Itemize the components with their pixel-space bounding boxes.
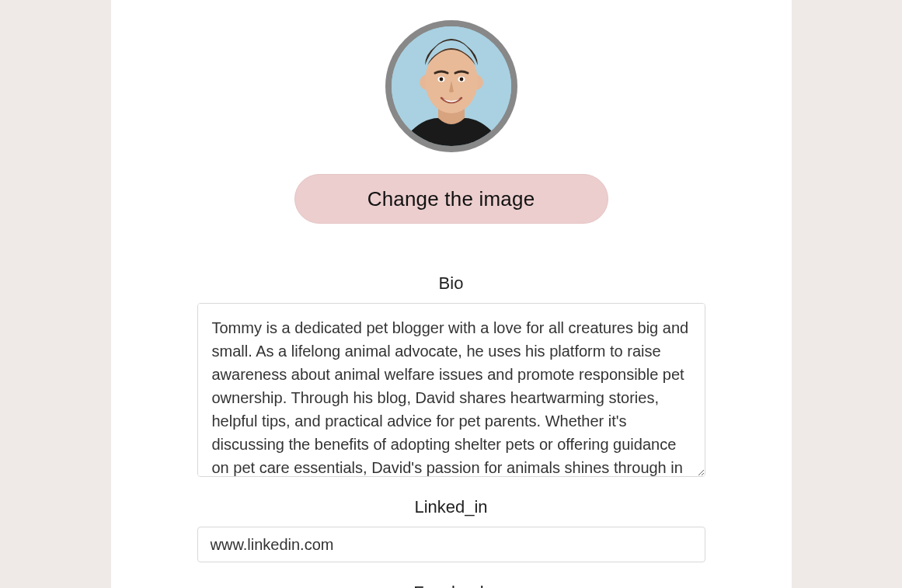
profile-edit-card: Change the image Bio Linked_in Facebook xyxy=(111,0,792,588)
avatar-image xyxy=(392,26,511,146)
profile-form: Bio Linked_in Facebook xyxy=(197,273,705,588)
linkedin-label: Linked_in xyxy=(414,497,487,517)
svg-point-7 xyxy=(459,78,463,82)
svg-point-5 xyxy=(439,78,443,82)
avatar xyxy=(385,20,517,152)
facebook-label: Facebook xyxy=(413,583,489,588)
change-image-button[interactable]: Change the image xyxy=(294,174,608,224)
change-image-row: Change the image xyxy=(111,174,792,224)
avatar-container xyxy=(111,20,792,152)
bio-label: Bio xyxy=(439,273,464,294)
linkedin-input[interactable] xyxy=(197,527,705,562)
bio-textarea[interactable] xyxy=(197,303,705,477)
